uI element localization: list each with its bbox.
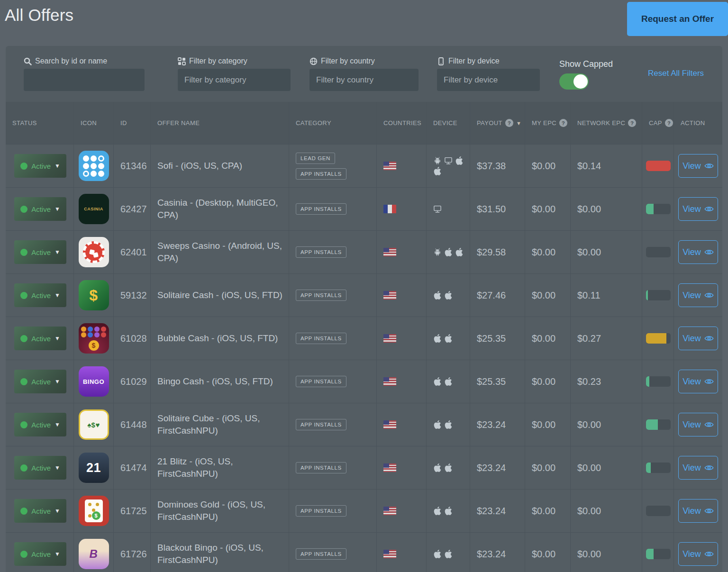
status-dot-icon (20, 421, 27, 428)
device-label: Filter by device (448, 57, 500, 65)
offer-network-epc: $0.00 (571, 446, 642, 489)
view-offer-button[interactable]: View (678, 154, 718, 178)
offer-devices (427, 446, 470, 489)
toggle-knob (573, 74, 588, 89)
offer-id: 61474 (114, 446, 151, 489)
offer-network-epc: $0.27 (571, 317, 642, 360)
offer-countries (377, 533, 427, 572)
view-offer-button[interactable]: View (678, 240, 718, 264)
search-input[interactable] (24, 69, 145, 91)
status-dropdown[interactable]: Active ▼ (14, 154, 66, 178)
apple-device-icon (444, 420, 453, 429)
apple-device-icon (433, 167, 442, 175)
offer-devices (427, 403, 470, 446)
offer-categories: APP INSTALLS (289, 317, 377, 360)
view-offer-button[interactable]: View (678, 456, 718, 480)
offer-app-icon (79, 151, 109, 181)
offer-payout: $23.24 (470, 446, 525, 489)
offer-name: Solitaire Cash - (iOS, US, FTD) (151, 274, 289, 317)
cap-progress-fill (646, 419, 658, 430)
offer-devices (427, 145, 470, 187)
country-label-row: Filter by country (309, 57, 419, 65)
view-offer-button[interactable]: View (678, 370, 718, 393)
status-dropdown[interactable]: Active ▼ (14, 413, 66, 436)
status-dropdown[interactable]: Active ▼ (14, 197, 66, 221)
offer-my-epc: $0.00 (525, 403, 571, 446)
us-flag-icon (383, 291, 396, 300)
offer-categories: APP INSTALLS (289, 446, 377, 489)
help-icon[interactable]: ? (665, 119, 673, 127)
sort-caret-icon[interactable]: ▼ (516, 120, 521, 126)
category-badge: APP INSTALLS (296, 548, 346, 560)
offer-id: 61029 (114, 360, 151, 403)
eye-icon (704, 335, 714, 342)
eye-icon (704, 551, 714, 557)
offer-my-epc: $0.00 (525, 446, 571, 489)
status-dropdown[interactable]: Active ▼ (14, 283, 66, 307)
status-dot-icon (20, 292, 27, 299)
view-button-label: View (682, 549, 701, 559)
help-icon[interactable]: ? (559, 119, 567, 127)
us-flag-icon (383, 550, 396, 558)
status-label: Active (31, 464, 51, 472)
column-header-countries: COUNTRIES (377, 102, 427, 144)
view-button-label: View (682, 463, 701, 473)
offer-my-epc: $0.00 (525, 360, 571, 403)
show-capped-toggle[interactable] (559, 73, 589, 90)
offer-payout: $27.46 (470, 274, 525, 317)
device-label-row: Filter by device (437, 57, 540, 65)
status-dropdown[interactable]: Active ▼ (14, 240, 66, 264)
status-dropdown[interactable]: Active ▼ (14, 542, 66, 566)
offer-id: 61448 (114, 403, 151, 446)
column-header-payout[interactable]: PAYOUT?▼ (470, 102, 525, 144)
cap-progress-bar (646, 506, 671, 516)
cap-progress-bar (646, 419, 671, 430)
chevron-down-icon: ▼ (55, 206, 60, 212)
offer-categories: APP INSTALLS (289, 188, 377, 230)
apple-device-icon (444, 291, 453, 300)
offer-my-epc: $0.00 (525, 317, 571, 360)
us-flag-icon (383, 507, 396, 515)
offer-app-icon: B (79, 539, 109, 569)
offer-network-epc: $0.11 (571, 274, 642, 317)
view-offer-button[interactable]: View (678, 499, 718, 523)
help-icon[interactable]: ? (628, 119, 636, 127)
request-offer-button[interactable]: Request an Offer (627, 2, 728, 36)
status-dropdown[interactable]: Active ▼ (14, 499, 66, 523)
country-filter-input[interactable] (309, 69, 419, 91)
offer-countries (377, 317, 427, 360)
device-filter-input[interactable] (437, 69, 540, 91)
status-dropdown[interactable]: Active ▼ (14, 456, 66, 480)
show-capped-label: Show Capped (559, 59, 613, 69)
view-offer-button[interactable]: View (678, 283, 718, 307)
status-dropdown[interactable]: Active ▼ (14, 370, 66, 393)
status-dropdown[interactable]: Active ▼ (14, 327, 66, 350)
category-filter-input[interactable] (178, 69, 291, 91)
view-offer-button[interactable]: View (678, 542, 718, 566)
offer-my-epc: $0.00 (525, 533, 571, 572)
status-label: Active (31, 248, 51, 256)
view-offer-button[interactable]: View (678, 197, 718, 221)
chevron-down-icon: ▼ (55, 335, 60, 342)
view-offer-button[interactable]: View (678, 413, 718, 436)
offer-app-icon: ♠$♥ (79, 409, 109, 440)
apple-device-icon (433, 334, 442, 343)
apple-device-icon (455, 248, 464, 256)
category-badge: APP INSTALLS (296, 203, 346, 215)
offer-name: Blackout Bingo - (iOS, US, FirstCashNPU) (151, 533, 289, 572)
offer-name: Sweeps Casino - (Android, US, CPA) (151, 231, 289, 273)
table-row: Active ▼ B 61726 Blackout Bingo - (iOS, … (6, 533, 722, 572)
cap-progress-fill (646, 376, 649, 387)
offer-app-icon (79, 237, 109, 267)
cap-progress-bar (646, 247, 671, 257)
status-label: Active (31, 507, 51, 515)
offer-my-epc: $0.00 (525, 188, 571, 230)
offer-id: 62427 (114, 188, 151, 230)
help-icon[interactable]: ? (505, 119, 513, 127)
offer-countries (377, 446, 427, 489)
table-row: Active ▼ $ 59132 Solitaire Cash - (iOS, … (6, 274, 722, 317)
offer-network-epc: $0.00 (571, 231, 642, 273)
reset-all-filters-link[interactable]: Reset All Filters (648, 69, 704, 78)
offer-categories: APP INSTALLS (289, 533, 377, 572)
view-offer-button[interactable]: View (678, 327, 718, 350)
